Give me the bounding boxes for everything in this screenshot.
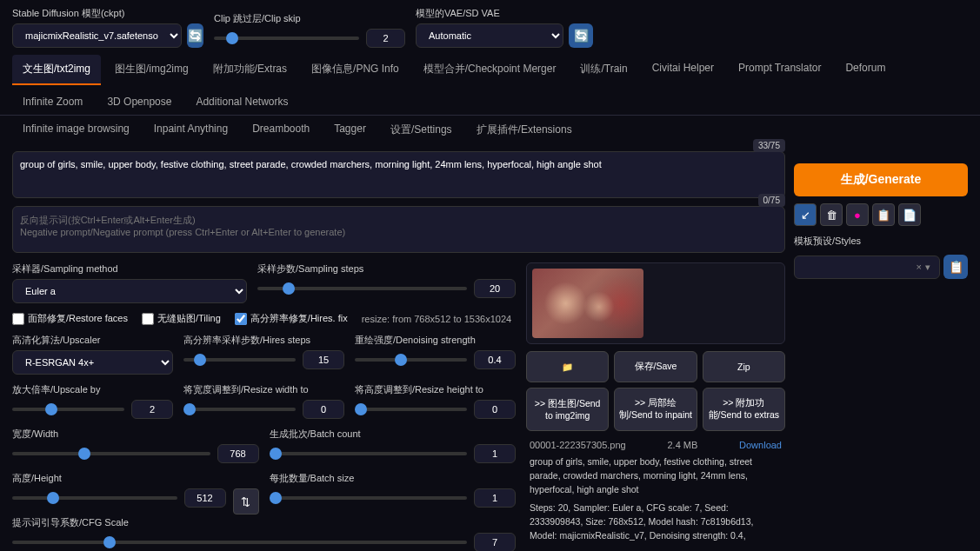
sampling-steps-label: 采样步数/Sampling steps <box>257 262 516 276</box>
tab-训练[interactable]: 训练/Train <box>570 55 637 85</box>
cfg-label: 提示词引导系数/CFG Scale <box>12 516 516 529</box>
main-tabs-row2: Infinite image browsingInpaint AnythingD… <box>0 116 980 144</box>
tab-图生图[interactable]: 图生图/img2img <box>104 55 199 85</box>
denoise-slider[interactable] <box>355 358 467 362</box>
resize-info: resize: from 768x512 to 1536x1024 <box>362 314 511 324</box>
hires-steps-label: 高分辨率采样步数/Hires steps <box>183 334 344 347</box>
cfg-slider[interactable] <box>12 541 467 544</box>
prompt-input[interactable] <box>12 151 785 198</box>
hires-fix-checkbox[interactable]: 高分辨率修复/Hires. fix <box>235 312 348 325</box>
sampling-steps-value[interactable]: 20 <box>474 279 516 298</box>
batch-count-value[interactable]: 1 <box>474 444 516 463</box>
tab-3D Openpose[interactable]: 3D Openpose <box>97 89 182 115</box>
palette-icon[interactable]: ● <box>846 203 869 226</box>
width-value[interactable]: 768 <box>217 444 259 463</box>
tab-附加功能[interactable]: 附加功能/Extras <box>203 55 297 85</box>
batch-size-value[interactable]: 1 <box>474 488 516 508</box>
tiling-checkbox[interactable]: 无缝贴图/Tiling <box>142 312 221 325</box>
file-icon[interactable]: 📄 <box>898 203 921 226</box>
vae-refresh-button[interactable]: 🔄 <box>569 23 593 48</box>
height-label: 高度/Height <box>12 472 226 485</box>
ckpt-select[interactable]: majicmixRealistic_v7.safetensors [7c819b… <box>12 23 182 48</box>
arrow-icon[interactable]: ↙ <box>794 203 817 226</box>
resize-w-label: 将宽度调整到/Resize width to <box>183 383 344 396</box>
batch-count-slider[interactable] <box>270 452 468 455</box>
tab-模型合并[interactable]: 模型合并/Checkpoint Merger <box>413 55 567 85</box>
height-slider[interactable] <box>12 496 177 500</box>
neg-prompt-input[interactable] <box>12 206 785 253</box>
width-label: 宽度/Width <box>12 428 259 441</box>
clipboard-icon[interactable]: 📋 <box>872 203 895 226</box>
upscaler-label: 高清化算法/Upscaler <box>12 334 173 347</box>
zip-button[interactable]: Zip <box>703 351 785 382</box>
cfg-value[interactable]: 7 <box>474 533 516 551</box>
download-link[interactable]: Download <box>739 440 782 450</box>
output-preview <box>526 262 785 344</box>
width-slider[interactable] <box>12 452 210 455</box>
sampling-method-label: 采样器/Sampling method <box>12 262 247 276</box>
resize-h-slider[interactable] <box>355 408 467 411</box>
vae-select[interactable]: Automatic <box>416 23 563 48</box>
open-folder-button[interactable]: 📁 <box>526 351 609 382</box>
save-button[interactable]: 保存/Save <box>614 351 697 382</box>
batch-count-label: 生成批次/Batch count <box>270 428 517 441</box>
denoise-label: 重绘强度/Denoising strength <box>355 334 516 347</box>
upscale-by-slider[interactable] <box>12 408 124 411</box>
clip-skip-label: Clip 跳过层/Clip skip <box>214 12 405 25</box>
send-extras-button[interactable]: >> 附加功能/Send to extras <box>703 388 785 431</box>
main-tabs: 文生图/txt2img图生图/img2img附加功能/Extras图像信息/PN… <box>0 55 980 116</box>
hires-steps-slider[interactable] <box>183 358 296 362</box>
output-filename: 00001-222357305.png <box>530 440 626 450</box>
upscaler-select[interactable]: R-ESRGAN 4x+ <box>12 350 173 375</box>
tab-扩展插件[interactable]: 扩展插件/Extensions <box>466 116 583 144</box>
output-meta-text: Steps: 20, Sampler: Euler a, CFG scale: … <box>526 501 785 542</box>
send-img2img-button[interactable]: >> 图生图/Send to img2img <box>526 388 609 431</box>
tab-Infinite Zoom[interactable]: Infinite Zoom <box>12 89 93 115</box>
tab-Dreambooth[interactable]: Dreambooth <box>242 116 320 144</box>
tab-文生图[interactable]: 文生图/txt2img <box>12 55 101 85</box>
sampling-steps-slider[interactable] <box>257 287 467 290</box>
ckpt-refresh-button[interactable]: 🔄 <box>187 23 203 48</box>
resize-w-value[interactable]: 0 <box>303 400 344 419</box>
resize-h-label: 将高度调整到/Resize height to <box>355 383 516 396</box>
styles-apply-button[interactable]: 📋 <box>943 255 968 279</box>
restore-faces-checkbox[interactable]: 面部修复/Restore faces <box>12 312 128 325</box>
tab-Additional Networks[interactable]: Additional Networks <box>185 89 298 115</box>
output-prompt-text: group of girls, smile, upper body, festi… <box>526 455 785 496</box>
tab-Deforum[interactable]: Deforum <box>835 55 896 85</box>
generate-button[interactable]: 生成/Generate <box>794 163 968 196</box>
styles-label: 模板预设/Styles <box>794 235 968 248</box>
vae-label: 模型的VAE/SD VAE <box>416 7 607 20</box>
send-inpaint-button[interactable]: >> 局部绘制/Send to inpaint <box>614 388 697 431</box>
swap-wh-button[interactable]: ⇅ <box>233 488 259 514</box>
denoise-value[interactable]: 0.4 <box>474 350 516 369</box>
batch-size-slider[interactable] <box>270 496 468 500</box>
tab-图像信息[interactable]: 图像信息/PNG Info <box>301 55 410 85</box>
resize-w-slider[interactable] <box>183 408 296 411</box>
output-image[interactable] <box>532 269 643 338</box>
styles-select[interactable]: × ▾ <box>794 256 940 279</box>
prompt-token-count: 33/75 <box>753 139 785 152</box>
tab-Prompt Translator[interactable]: Prompt Translator <box>728 55 831 85</box>
resize-h-value[interactable]: 0 <box>474 400 516 419</box>
hires-steps-value[interactable]: 15 <box>303 350 344 369</box>
ckpt-label: Stable Diffusion 模型(ckpt) <box>12 7 203 20</box>
clip-skip-value[interactable]: 2 <box>366 29 405 48</box>
styles-clear-icon[interactable]: × <box>913 262 925 272</box>
tab-设置[interactable]: 设置/Settings <box>380 116 463 144</box>
tab-Inpaint Anything[interactable]: Inpaint Anything <box>143 116 238 144</box>
tab-Infinite image browsing[interactable]: Infinite image browsing <box>12 116 140 144</box>
tab-Tagger[interactable]: Tagger <box>323 116 377 144</box>
output-filesize: 2.4 MB <box>667 440 697 450</box>
sampling-method-select[interactable]: Euler a <box>12 279 247 303</box>
batch-size-label: 每批数量/Batch size <box>270 472 517 485</box>
trash-icon[interactable]: 🗑 <box>820 203 843 226</box>
neg-prompt-token-count: 0/75 <box>758 194 785 207</box>
clip-skip-slider[interactable] <box>214 37 359 40</box>
upscale-by-label: 放大倍率/Upscale by <box>12 383 173 396</box>
tab-Civitai Helper[interactable]: Civitai Helper <box>642 55 724 85</box>
upscale-by-value[interactable]: 2 <box>131 400 173 419</box>
height-value[interactable]: 512 <box>184 488 226 508</box>
